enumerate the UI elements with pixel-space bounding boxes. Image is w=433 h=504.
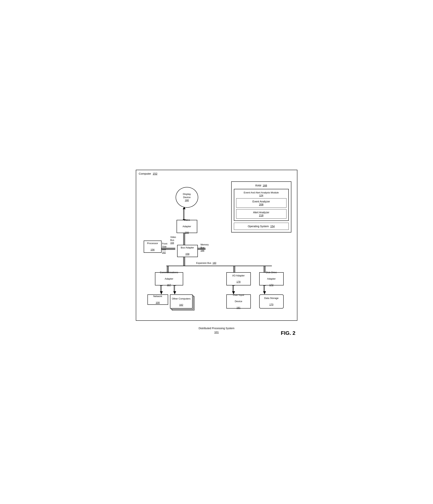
video-bus-label: Video Bus 164: [170, 236, 176, 245]
caption-number: 101: [214, 331, 219, 334]
va-number: 209: [185, 231, 189, 234]
ca-line2: Adapter: [165, 277, 173, 280]
communications-adapter: Communications Adapter 167: [155, 272, 183, 285]
uid-line1: User Input: [233, 294, 244, 297]
other-computers-label: Other Computers 182: [170, 294, 193, 309]
ca-line1: Communications: [160, 271, 178, 274]
vb-number: 164: [170, 242, 174, 244]
computer-number: 152: [153, 172, 157, 175]
dda-line1: Disk Drive: [266, 271, 277, 274]
dda-line2: Adapter: [267, 277, 276, 280]
dda-number: 172: [269, 284, 274, 286]
fsb-number: 162: [162, 251, 166, 254]
bus-adapter: Bus Adapter 158: [177, 245, 198, 257]
va-line1: Video: [184, 219, 190, 222]
eb-number: 160: [212, 262, 216, 264]
proc-label: Processor: [147, 242, 158, 245]
eb-label: Expansion Bus: [196, 262, 211, 264]
proc-number: 156: [150, 248, 155, 251]
svg-marker-36: [173, 291, 176, 294]
oc-line1: Other Computers: [172, 297, 191, 300]
dd-number: 180: [185, 199, 189, 202]
svg-marker-32: [160, 291, 163, 294]
fsb-line1: Front: [162, 243, 167, 245]
page: Computer 152 RAM 168 Event And Alert Ana…: [132, 166, 301, 338]
fig-label: FIG. 2: [281, 330, 295, 336]
memory-bus-label: Memory Bus 166: [201, 243, 209, 252]
fsb-line2: Side: [162, 245, 167, 248]
va-line2: Adapter: [183, 225, 191, 228]
uid-line2: Device: [235, 300, 242, 303]
caption-line1: Distributed Processing System: [199, 327, 234, 330]
data-storage: Data Storage 170: [259, 294, 284, 308]
ca-number: 167: [167, 284, 171, 286]
uid-number: 181: [237, 306, 241, 309]
expansion-bus-label: Expansion Bus 160: [196, 262, 216, 265]
display-device: Display Device 180: [176, 187, 198, 208]
diagram-area: Display Device 180 Video Adapter 209 Pro…: [140, 183, 293, 315]
ds-number: 170: [269, 303, 274, 306]
net-number: 100: [156, 301, 160, 304]
dd-line1: Display: [183, 193, 191, 196]
mb-line2: Bus: [201, 246, 204, 249]
vb-line2: Bus: [170, 239, 174, 242]
oc-number: 182: [179, 304, 183, 306]
svg-marker-44: [263, 291, 266, 294]
fsb-line3: Bus: [162, 248, 166, 251]
processor: Processor 156: [144, 241, 162, 253]
net-label: Network: [153, 295, 162, 298]
dd-line2: Device: [183, 196, 191, 199]
fig-title: FIG. 2: [281, 330, 295, 336]
computer-text: Computer: [139, 172, 151, 175]
disk-drive-adapter: Disk Drive Adapter 172: [259, 272, 284, 285]
display-device-label: Display Device 180: [183, 193, 191, 202]
user-input-device: User Input Device 181: [226, 294, 251, 308]
video-adapter: Video Adapter 209: [176, 220, 197, 233]
mb-line1: Memory: [201, 243, 209, 246]
caption: Distributed Processing System 101: [136, 326, 297, 334]
io-number: 178: [237, 280, 241, 283]
ds-line1: Data Storage: [264, 297, 279, 300]
computer-box: Computer 152 RAM 168 Event And Alert Ana…: [136, 170, 297, 321]
front-side-bus-label: Front Side Bus 162: [162, 243, 167, 254]
other-computers: Other Computers 182: [170, 294, 196, 311]
vb-line1: Video: [170, 236, 176, 238]
mb-number: 166: [201, 249, 204, 252]
ba-number: 158: [185, 252, 190, 255]
computer-label: Computer 152: [139, 172, 157, 175]
network: Network 100: [147, 294, 168, 305]
io-adapter: I/O Adapter 178: [226, 272, 251, 285]
io-line1: I/O Adapter: [232, 274, 245, 277]
ba-line1: Bus Adapter: [181, 246, 194, 249]
